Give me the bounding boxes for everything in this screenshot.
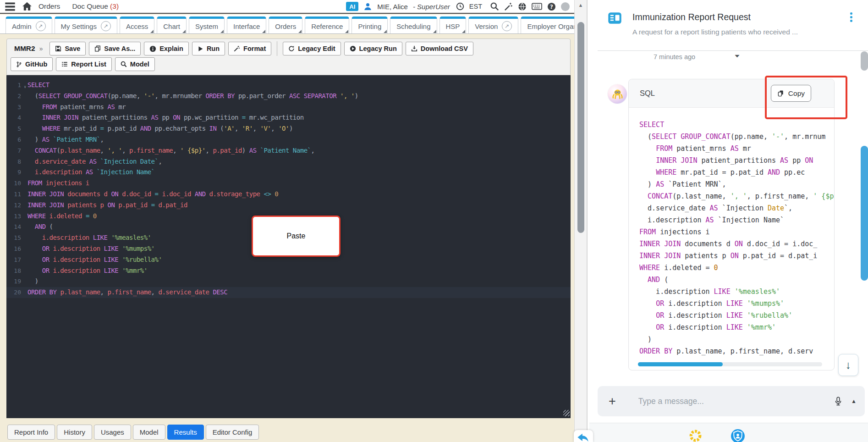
nav-tab-admin[interactable]: Admin↗ — [5, 17, 52, 33]
main-scrollbar[interactable]: ▲ — [574, 0, 587, 442]
button-label: Format — [243, 45, 266, 52]
line-number[interactable]: 3 — [6, 102, 27, 113]
composer-collapse-caret-icon[interactable]: ▲ — [851, 398, 857, 404]
legacy-edit-button[interactable]: Legacy Edit — [283, 42, 341, 55]
timestamp-caret-icon[interactable]: ▼ — [733, 54, 741, 58]
status-dot-icon[interactable] — [561, 2, 570, 11]
line-number[interactable]: 16 — [6, 243, 27, 254]
panel-icon[interactable] — [608, 11, 622, 27]
ai-badge[interactable]: AI — [346, 2, 358, 11]
line-number[interactable]: 7 — [6, 145, 27, 156]
save-button[interactable]: Save — [49, 42, 86, 55]
code-horizontal-scrollbar[interactable] — [638, 362, 822, 366]
message-input[interactable] — [637, 396, 834, 407]
breadcrumb-doc-queue[interactable]: Doc Queue (3) — [72, 2, 119, 11]
edge-scrollbar-thumb-top[interactable] — [861, 51, 868, 71]
tab-editor-config[interactable]: Editor Config — [206, 425, 259, 440]
line-number[interactable]: 12 — [6, 200, 27, 211]
divider — [598, 50, 868, 51]
nav-tab-interface[interactable]: Interface — [227, 17, 266, 33]
search-icon[interactable] — [490, 2, 499, 11]
nav-tab-orders[interactable]: Orders — [269, 17, 302, 33]
microphone-icon[interactable] — [834, 397, 843, 406]
nav-tab-my-settings[interactable]: My Settings↗ — [55, 17, 117, 33]
line-number[interactable]: 9 — [6, 167, 27, 178]
hamburger-menu-icon[interactable] — [5, 2, 16, 11]
line-number[interactable]: 18 — [6, 265, 27, 276]
magic-wand-icon[interactable] — [504, 2, 513, 11]
external-link-icon[interactable]: ↗ — [36, 21, 46, 31]
scrollbar-thumb[interactable] — [577, 22, 584, 233]
nav-tab-employer-organizations[interactable]: Employer Organizations↗ — [521, 17, 574, 33]
explain-button[interactable]: Explain — [144, 42, 189, 55]
line-number[interactable]: 19 — [6, 276, 27, 287]
keyboard-icon[interactable] — [532, 3, 542, 10]
nav-tab-system[interactable]: System — [189, 17, 225, 33]
nav-tab-label: Reference — [311, 22, 343, 30]
chat-code-line-1: SELECT — [639, 119, 834, 131]
line-number[interactable]: 6 — [6, 134, 27, 145]
chat-scrollbar-thumb[interactable] — [861, 146, 868, 281]
code-hscroll-thumb[interactable] — [638, 362, 723, 366]
globe-icon[interactable] — [518, 2, 527, 11]
kebab-menu-icon[interactable] — [850, 12, 852, 22]
tab-usages[interactable]: Usages — [94, 425, 131, 440]
nav-tab-access[interactable]: Access — [120, 17, 154, 33]
format-button[interactable]: Format — [228, 42, 271, 55]
run-button[interactable]: Run — [192, 42, 225, 55]
code-line-18: 18 OR i.description LIKE '%mmr%' — [6, 265, 571, 276]
topbar-right: AI MIE, Alice - SuperUser EST — [346, 2, 574, 11]
help-icon[interactable]: ? — [547, 2, 556, 11]
external-link-icon[interactable]: ↗ — [502, 21, 512, 31]
nav-tab-version[interactable]: Version↗ — [468, 17, 518, 33]
editor-resize-handle[interactable] — [563, 410, 570, 416]
tab-model[interactable]: Model — [133, 425, 165, 440]
external-link-icon[interactable]: ↗ — [101, 21, 111, 31]
legacy-run-button[interactable]: Legacy Run — [344, 42, 402, 55]
report-list-button[interactable]: Report List — [56, 57, 112, 71]
line-number[interactable]: 1∨ — [6, 80, 27, 91]
line-number[interactable]: 15 — [6, 232, 27, 243]
code-line-11: 11INNER JOIN documents d ON d.doc_id = i… — [6, 189, 571, 200]
code-line-3: 3 FROM patient_mrns AS mr — [6, 102, 571, 113]
breadcrumb-orders[interactable]: Orders — [38, 2, 60, 11]
line-number[interactable]: 17 — [6, 254, 27, 265]
return-arrow-button[interactable] — [574, 430, 593, 442]
button-label: Legacy Edit — [298, 45, 335, 52]
model-button[interactable]: Model — [115, 57, 155, 71]
scroll-to-bottom-button[interactable]: ↓ — [838, 354, 858, 376]
line-number[interactable]: 14 — [6, 221, 27, 232]
scrollbar-up-arrow-icon[interactable]: ▲ — [575, 0, 587, 8]
line-number[interactable]: 11 — [6, 189, 27, 200]
chat-code-line-2: (SELECT GROUP_CONCAT(pp.name, '-', mr.mr… — [639, 131, 834, 143]
download-csv-button[interactable]: Download CSV — [406, 42, 473, 55]
github-button[interactable]: GitHub — [11, 57, 53, 71]
nav-tab-label: Printing — [358, 22, 381, 30]
shield-app-icon[interactable] — [731, 429, 745, 442]
save-as-button[interactable]: Save As... — [89, 42, 141, 55]
nav-tab-scheduling[interactable]: Scheduling — [390, 17, 437, 33]
line-number[interactable]: 4 — [6, 112, 27, 123]
tab-results[interactable]: Results — [167, 425, 204, 440]
nav-tab-hsp[interactable]: HSP — [439, 17, 467, 33]
line-number[interactable]: 10 — [6, 178, 27, 189]
line-number[interactable]: 13 — [6, 211, 27, 222]
tab-report-info[interactable]: Report Info — [7, 425, 55, 440]
line-number[interactable]: 5 — [6, 123, 27, 134]
copy-button[interactable]: Copy — [771, 85, 811, 102]
nav-tab-chart[interactable]: Chart — [157, 17, 187, 33]
nav-tab-printing[interactable]: Printing — [352, 17, 388, 33]
tab-history[interactable]: History — [57, 425, 92, 440]
line-number[interactable]: 20 — [6, 287, 27, 298]
line-number[interactable]: 8 — [6, 156, 27, 167]
nav-tab-reference[interactable]: Reference — [305, 17, 349, 33]
paste-context-button[interactable]: Paste — [252, 215, 341, 257]
attach-plus-icon[interactable]: + — [609, 395, 616, 408]
nav-tab-label: Admin — [12, 22, 32, 30]
nav-tab-label: Scheduling — [396, 22, 430, 30]
line-number[interactable]: 2 — [6, 91, 27, 102]
collapse-chevron[interactable]: » — [39, 45, 43, 52]
sun-gear-icon[interactable] — [688, 429, 703, 442]
home-icon[interactable] — [22, 1, 32, 11]
nav-tab-label: Version — [475, 22, 498, 30]
